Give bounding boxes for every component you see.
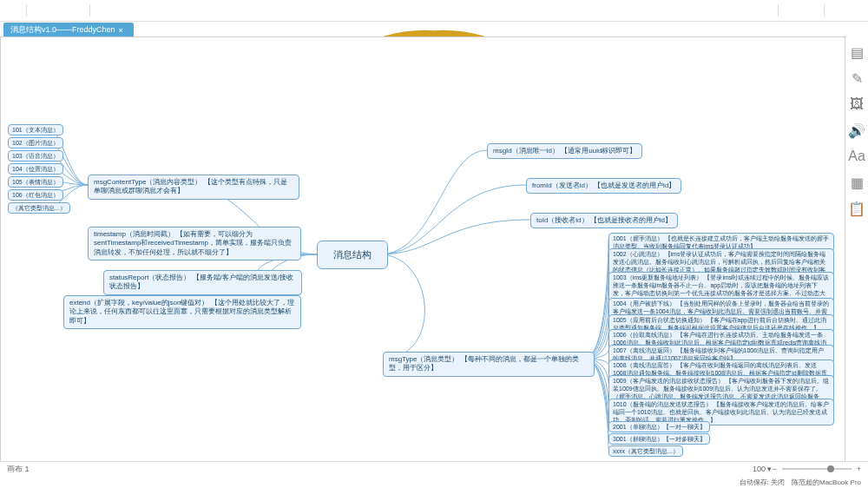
top-toolbar xyxy=(0,0,868,22)
zoom-out-icon[interactable]: − xyxy=(772,465,776,473)
autosave-status: 自动保存: 关闭 xyxy=(740,478,785,487)
ct-101[interactable]: 101（文本消息） xyxy=(8,124,63,135)
format-icon[interactable] xyxy=(849,3,863,17)
center-node[interactable]: 消息结构 xyxy=(317,241,388,269)
zoom-value[interactable]: 100 ▾ xyxy=(753,465,773,473)
mt-3001[interactable]: 3001（群聊消息）【一对多聊天】 xyxy=(608,433,710,445)
text-icon[interactable]: Aa xyxy=(850,149,864,163)
ct-105[interactable]: 105（表情消息） xyxy=(8,176,63,188)
device-name: 陈范超的MacBook Pro xyxy=(792,478,861,487)
msgid-node[interactable]: msgId（消息唯一id） 【通常用uuid标识即可】 xyxy=(487,143,642,159)
zoom-slider[interactable] xyxy=(782,468,852,470)
task-icon[interactable]: 📋 xyxy=(850,201,864,215)
fromid-node[interactable]: fromId（发送者id） 【也就是发送者的用户id】 xyxy=(526,178,681,194)
ct-103[interactable]: 103（语音消息） xyxy=(8,150,63,162)
audio-icon[interactable]: 🔊 xyxy=(850,123,864,137)
mindmap-canvas[interactable]: 消息结构 101（文本消息） 102（图片消息） 103（语音消息） 104（位… xyxy=(0,36,845,462)
msg-content-type-node[interactable]: msgContentType（消息内容类型） 【这个类型有点特殊，只是单聊消息或… xyxy=(88,175,299,200)
notes-icon[interactable]: ▦ xyxy=(850,175,864,189)
zoom-in-icon[interactable]: + xyxy=(857,465,861,473)
status-report-node[interactable]: statusReport（状态报告） 【服务端/客户端的消息发送/接收状态报告】 xyxy=(103,270,302,295)
sheet-tab[interactable]: 画布 1 xyxy=(7,464,30,475)
sheet-bar: 画布 1 100 ▾ − + xyxy=(0,461,868,476)
mt-xxxx[interactable]: xxxx（其它类型消息...） xyxy=(608,445,683,457)
timestamp-node[interactable]: timestamp（消息时间戳） 【如有需要，可以细分为sentTimestam… xyxy=(88,227,301,260)
ct-104[interactable]: 104（位置消息） xyxy=(8,163,63,175)
status-bar: 自动保存: 关闭 陈范超的MacBook Pro xyxy=(0,476,868,488)
msgtype-node[interactable]: msgType（消息类型） 【每种不同的消息，都是一个单独的类型，用于区分】 xyxy=(383,352,595,377)
extend-node[interactable]: extend（扩展字段，key/value的json键值对） 【这个用处就比较大… xyxy=(63,295,301,329)
right-rail: ▤ ✎ 🖼 🔊 Aa ▦ 📋 xyxy=(847,36,866,462)
mt-2001[interactable]: 2001（单聊消息）【一对一聊天】 xyxy=(608,421,710,432)
ct-106[interactable]: 106（红包消息） xyxy=(8,189,63,201)
toid-node[interactable]: toId（接收者id） 【也就是接收者的用户id】 xyxy=(530,213,678,228)
format-panel-icon[interactable]: ▤ xyxy=(850,45,864,59)
ct-102[interactable]: 102（图片消息） xyxy=(8,137,63,148)
ct-other[interactable]: （其它类型消息...） xyxy=(8,202,70,214)
image-icon[interactable]: 🖼 xyxy=(850,97,864,111)
marker-icon[interactable]: ✎ xyxy=(850,71,864,85)
